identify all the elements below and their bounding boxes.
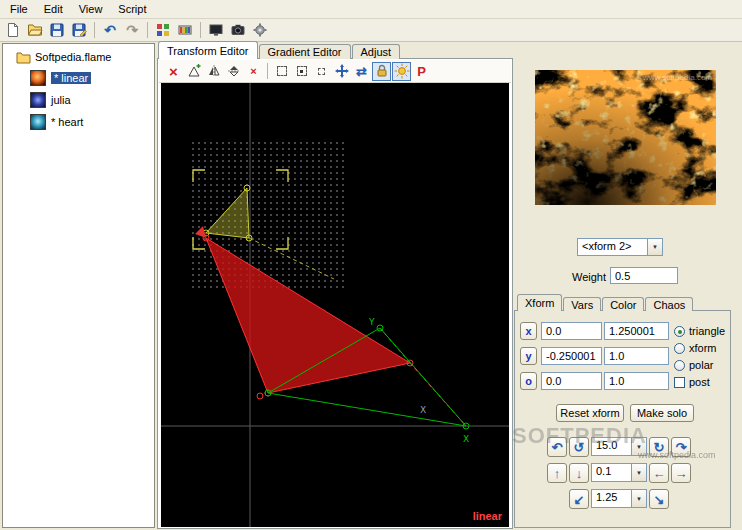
tab-color[interactable]: Color [602, 297, 644, 311]
remove-transform-button[interactable]: × [244, 62, 263, 81]
coef-y2-input[interactable] [604, 347, 669, 365]
tab-transform-editor[interactable]: Transform Editor [158, 41, 258, 59]
zoom-out-box-button[interactable] [312, 62, 331, 81]
tree-root[interactable]: Softpedia.flame [3, 48, 154, 66]
rotate-handle-arrow[interactable] [195, 226, 206, 238]
post-checkbox[interactable] [674, 377, 685, 388]
zoom-out-icon [318, 68, 325, 75]
render-button[interactable] [206, 20, 226, 40]
fractal-preview-image [535, 70, 716, 205]
undo-button[interactable]: ↶ [100, 20, 120, 40]
gradient-button[interactable] [175, 20, 195, 40]
snap-rotate-right-icon: ↻ [654, 440, 665, 455]
rotate-step-value: 15.0 [592, 438, 631, 455]
add-transform-button[interactable] [184, 62, 203, 81]
swap-transforms-button[interactable]: ⇄ [352, 62, 371, 81]
save-flame-button[interactable] [47, 20, 67, 40]
coef-y-button[interactable]: y [520, 347, 537, 365]
zoom-selection-icon [277, 66, 287, 76]
svg-text:Y: Y [368, 317, 375, 327]
coef-o1-input[interactable] [541, 372, 602, 390]
triangle-radio[interactable] [674, 326, 685, 337]
tab-chaos[interactable]: Chaos [645, 297, 693, 311]
scale-down-button[interactable]: ↙ [569, 489, 589, 509]
move-left-button[interactable]: ← [649, 463, 669, 483]
chevron-down-icon[interactable]: ▼ [631, 490, 646, 507]
zoom-selection-button[interactable] [272, 62, 291, 81]
tab-xform[interactable]: Xform [517, 294, 562, 311]
fullscreen-preview-button[interactable] [228, 20, 248, 40]
gradient-icon [177, 22, 193, 38]
menu-script[interactable]: Script [110, 1, 154, 17]
lock-icon [374, 63, 390, 79]
tree-item-julia[interactable]: julia [30, 90, 154, 110]
scale-up-button[interactable]: ↘ [649, 489, 669, 509]
mutation-button[interactable] [153, 20, 173, 40]
options-button[interactable] [250, 20, 270, 40]
polar-radio[interactable] [674, 360, 685, 371]
move-step-combo[interactable]: 0.1 ▼ [591, 463, 647, 482]
transform-canvas[interactable]: XXY linear [161, 83, 509, 527]
chevron-down-icon[interactable]: ▼ [647, 239, 662, 255]
post-transform-button[interactable]: P [412, 62, 431, 81]
coef-x1-input[interactable] [541, 322, 602, 340]
snap-rotate-left-button[interactable]: ↺ [569, 437, 589, 457]
xform-triangle-1[interactable] [206, 188, 249, 238]
flame-thumbnail-linear [30, 70, 46, 86]
rotate-left-button[interactable]: ↶ [547, 437, 567, 457]
rotate-right-button[interactable]: ↷ [671, 437, 691, 457]
remove-icon: × [250, 66, 256, 77]
move-down-button[interactable]: ↓ [569, 463, 589, 483]
xform-radio[interactable] [674, 343, 685, 354]
delete-icon: × [169, 64, 178, 79]
scale-up-icon: ↘ [654, 492, 665, 507]
coef-o-button[interactable]: o [520, 372, 537, 390]
variation-preview-button[interactable] [392, 62, 411, 81]
scale-step-combo[interactable]: 1.25 ▼ [591, 489, 647, 508]
coef-o2-input[interactable] [604, 372, 669, 390]
coef-x2-input[interactable] [604, 322, 669, 340]
zoom-fit-button[interactable] [292, 62, 311, 81]
lock-axes-button[interactable] [372, 62, 391, 81]
menu-bar: File Edit View Script [0, 0, 742, 19]
snap-rotate-left-icon: ↺ [574, 440, 585, 455]
move-up-button[interactable]: ↑ [547, 463, 567, 483]
tree-item-linear[interactable]: * linear [30, 68, 154, 88]
tab-vars[interactable]: Vars [563, 297, 601, 311]
open-flame-button[interactable] [25, 20, 45, 40]
xform-selector[interactable]: <xform 2> ▼ [577, 238, 663, 256]
snap-rotate-right-button[interactable]: ↻ [649, 437, 669, 457]
pan-view-button[interactable] [332, 62, 351, 81]
flip-horizontal-icon [206, 63, 222, 79]
svg-text:X: X [420, 405, 426, 415]
rotate-step-combo[interactable]: 15.0 ▼ [591, 437, 647, 456]
reset-xform-button[interactable]: Reset xform [556, 404, 624, 422]
chevron-down-icon[interactable]: ▼ [631, 438, 646, 455]
tree-item-heart[interactable]: * heart [30, 112, 154, 132]
zoom-fit-icon [297, 66, 307, 76]
redo-button[interactable]: ↷ [122, 20, 142, 40]
menu-edit[interactable]: Edit [36, 1, 71, 17]
floppy-icon [49, 22, 65, 38]
weight-input[interactable] [610, 267, 678, 284]
menu-view[interactable]: View [71, 1, 111, 17]
xform-selector-value: <xform 2> [578, 239, 647, 255]
menu-file[interactable]: File [2, 1, 36, 17]
tab-gradient-editor[interactable]: Gradient Editor [259, 44, 351, 59]
polar-radio-label: polar [689, 359, 713, 371]
flip-vertical-button[interactable] [224, 62, 243, 81]
tree-root-label: Softpedia.flame [35, 51, 111, 63]
make-solo-button[interactable]: Make solo [630, 404, 694, 422]
tab-adjust[interactable]: Adjust [352, 44, 401, 59]
delete-transform-button[interactable]: × [164, 62, 183, 81]
coef-x-button[interactable]: x [520, 322, 537, 340]
coef-y1-input[interactable] [541, 347, 602, 365]
new-flame-button[interactable] [3, 20, 23, 40]
chevron-down-icon[interactable]: ▼ [631, 464, 646, 481]
flip-horizontal-button[interactable] [204, 62, 223, 81]
move-right-button[interactable]: → [671, 463, 691, 483]
export-flame-button[interactable] [69, 20, 89, 40]
flame-thumbnail-heart [30, 114, 46, 130]
apophysis-window: File Edit View Script ↶ ↷ [0, 0, 742, 530]
transform-editor-panel: × × ⇄ P [157, 58, 513, 529]
